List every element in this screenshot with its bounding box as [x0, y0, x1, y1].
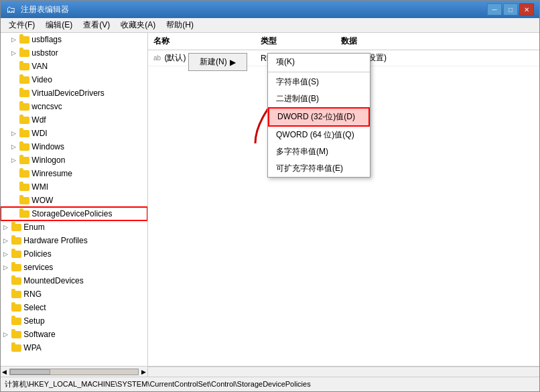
scroll-track[interactable] [9, 369, 139, 375]
table-row[interactable]: ab (默认) REG_SZ (数值未设置) [148, 50, 539, 66]
tree-label: Winresume [31, 169, 72, 178]
submenu: 项(K) 字符串值(S) 二进制值(B) DWORD (32-位)值(D) QW… [267, 53, 370, 178]
tree-item-Select[interactable]: Select [1, 301, 147, 314]
minimize-button[interactable]: ─ [487, 3, 502, 15]
scroll-left-btn[interactable]: ◀ [1, 369, 8, 375]
tree-item-StorageDevicePolicies[interactable]: StorageDevicePolicies [1, 207, 147, 220]
context-menu-overlay: 新建(N) ▶ 项(K) 字符串值(S) 二进制值(B) DWORD (32-位… [148, 33, 539, 366]
cell-name-value: (默认) [164, 53, 186, 62]
sidebar-horizontal-scroll[interactable]: ◀ ▶ [1, 367, 148, 377]
menu-view[interactable]: 查看(V) [78, 18, 115, 32]
tree-item-VAN[interactable]: VAN [1, 60, 147, 73]
expand-arrow: ▷ [11, 130, 19, 137]
ctx-item-multistring[interactable]: 多字符串值(M) [268, 143, 370, 160]
folder-icon [19, 157, 29, 164]
tree-item-Policies[interactable]: ▷ Policies [1, 247, 147, 261]
tree-label: VAN [31, 62, 48, 71]
expand-arrow: ▷ [11, 157, 19, 164]
folder-icon [19, 63, 29, 70]
folder-icon [11, 251, 21, 258]
folder-icon [11, 344, 21, 352]
tree-label: Video [31, 75, 52, 84]
title-bar-left: 🗂 注册表编辑器 [6, 4, 69, 15]
folder-icon [19, 76, 29, 84]
ctx-item-expandstring[interactable]: 可扩充字符串值(E) [268, 160, 370, 177]
scroll-right-btn[interactable]: ▶ [140, 369, 147, 375]
menu-help[interactable]: 帮助(H) [161, 18, 199, 32]
tree-label: Software [23, 330, 55, 339]
cell-type: REG_SZ [255, 52, 336, 64]
tree-item-WPA[interactable]: WPA [1, 341, 147, 354]
expand-arrow [11, 117, 19, 123]
folder-icon [19, 170, 29, 178]
menu-favorites[interactable]: 收藏夹(A) [115, 18, 161, 32]
tree-item-WMI[interactable]: WMI [1, 180, 147, 194]
menu-edit[interactable]: 编辑(E) [40, 18, 78, 32]
ctx-item-dword[interactable]: DWORD (32-位)值(D) [268, 107, 370, 127]
tree-item-HardwareProfiles[interactable]: ▷ Hardware Profiles [1, 234, 147, 247]
expand-arrow: ▷ [3, 224, 11, 231]
folder-icon [11, 318, 21, 325]
folder-icon [19, 50, 29, 57]
ctx-item-binary[interactable]: 二进制值(B) [268, 90, 370, 107]
folder-icon [11, 237, 21, 245]
close-button[interactable]: ✕ [519, 3, 534, 15]
menu-bar: 文件(F) 编辑(E) 查看(V) 收藏夹(A) 帮助(H) [1, 18, 539, 33]
tree-item-wcncsvc[interactable]: wcncsvc [1, 100, 147, 113]
sidebar[interactable]: ▷ usbflags ▷ usbstor VAN Video [1, 33, 148, 366]
folder-icon [11, 277, 21, 285]
tree-label: Select [23, 303, 46, 312]
menu-file[interactable]: 文件(F) [3, 18, 40, 32]
tree-item-MountedDevices[interactable]: MountedDevices [1, 274, 147, 287]
cell-name: ab (默认) [148, 51, 255, 65]
tree-item-WDI[interactable]: ▷ WDI [1, 127, 147, 140]
expand-arrow: ▷ [11, 50, 19, 56]
tree-item-Enum[interactable]: ▷ Enum [1, 220, 147, 234]
window-title: 注册表编辑器 [21, 4, 69, 15]
folder-icon [19, 143, 29, 151]
tree-item-Windows[interactable]: ▷ Windows [1, 140, 147, 153]
status-bar: 计算机\HKEY_LOCAL_MACHINE\SYSTEM\CurrentCon… [1, 377, 539, 391]
tree-label: WMI [31, 182, 48, 192]
tree-item-Setup[interactable]: Setup [1, 314, 147, 328]
expand-arrow [11, 210, 19, 217]
expand-arrow: ▷ [11, 36, 19, 43]
status-path: 计算机\HKEY_LOCAL_MACHINE\SYSTEM\CurrentCon… [5, 379, 311, 389]
folder-icon [19, 197, 29, 204]
tree-item-usbstor[interactable]: ▷ usbstor [1, 46, 147, 60]
expand-arrow [11, 63, 19, 70]
tree-label: usbstor [31, 48, 58, 58]
expand-arrow [11, 197, 19, 204]
tree-item-WOW[interactable]: WOW [1, 194, 147, 207]
tree-item-usbflags[interactable]: ▷ usbflags [1, 33, 147, 46]
tree-item-Winresume[interactable]: Winresume [1, 167, 147, 180]
tree-item-Software[interactable]: ▷ Software [1, 328, 147, 341]
cell-data: (数值未设置) [336, 51, 539, 65]
tree-label: WOW [31, 196, 53, 205]
maximize-button[interactable]: □ [503, 3, 518, 15]
folder-icon [19, 130, 29, 137]
folder-icon [11, 224, 21, 231]
scroll-thumb[interactable] [10, 369, 50, 375]
tree-item-Video[interactable]: Video [1, 73, 147, 86]
expand-arrow: ▷ [3, 251, 11, 257]
folder-icon [11, 264, 21, 271]
tree-label: RNG [23, 289, 42, 299]
tree-item-services[interactable]: ▷ services [1, 261, 147, 274]
bottom-scrollbar[interactable]: ◀ ▶ [1, 366, 539, 377]
tree-label: Windows [31, 142, 64, 151]
tree-item-Winlogon[interactable]: ▷ Winlogon [1, 153, 147, 167]
ctx-item-qword[interactable]: QWORD (64 位)值(Q) [268, 127, 370, 143]
tree-label: Policies [23, 249, 51, 259]
column-headers: 名称 类型 数据 [148, 33, 539, 50]
expand-arrow: ▷ [3, 264, 11, 271]
tree-item-Wdf[interactable]: Wdf [1, 113, 147, 127]
folder-icon [19, 103, 29, 111]
tree-label: Winlogon [31, 155, 65, 165]
ctx-item-string[interactable]: 字符串值(S) [268, 74, 370, 90]
tree-item-RNG[interactable]: RNG [1, 287, 147, 301]
tree-item-VirtualDeviceDrivers[interactable]: VirtualDeviceDrivers [1, 86, 147, 100]
expand-arrow: ▷ [3, 331, 11, 338]
expand-arrow [11, 170, 19, 177]
folder-icon [19, 90, 29, 97]
